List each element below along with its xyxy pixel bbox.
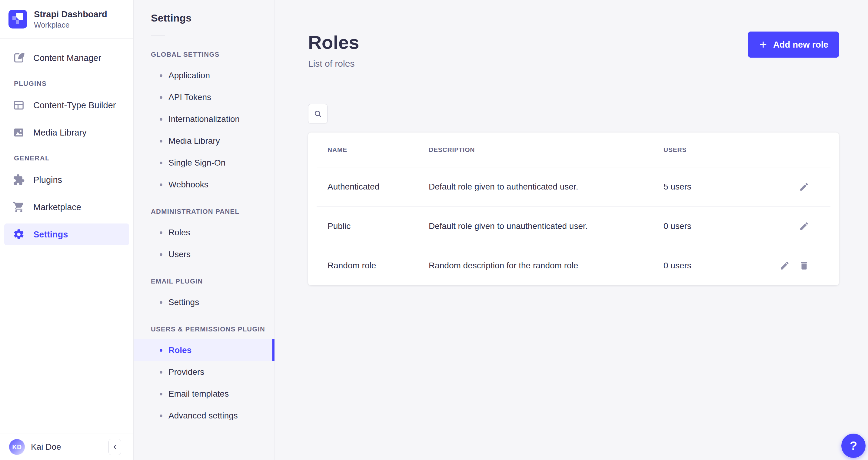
marketplace-cart-icon [13,201,25,213]
avatar: KD [9,439,25,455]
subnav-section-label: USERS & PERMISSIONS PLUGIN [151,325,275,333]
collapse-sidebar-button[interactable] [108,439,121,455]
page-subtitle: List of roles [308,59,359,69]
subnav-divider [151,35,165,35]
subnav-item-label: Internationalization [168,114,240,124]
bullet-icon [160,140,162,143]
user-menu[interactable]: KD Kai Doe [9,439,61,455]
trash-icon [799,260,809,271]
page-header: Roles List of roles Add new role [308,30,839,69]
subnav-item-label: Users [168,250,191,259]
workspace-brand[interactable]: Strapi Dashboard Workplace [0,0,133,38]
add-new-role-label: Add new role [773,40,828,50]
subnav-item-admin-roles[interactable]: Roles [134,222,275,243]
sidebar-item-content-type-builder[interactable]: Content-Type Builder [4,94,129,116]
subnav-item-internationalization[interactable]: Internationalization [134,108,275,130]
subnav-item-label: Webhooks [168,180,209,190]
sidebar-item-settings[interactable]: Settings [4,224,129,245]
sidebar-nav: Content Manager PLUGINS Content-Type Bui… [0,38,133,434]
search-icon [313,109,322,118]
sidebar-item-label: Plugins [33,175,62,185]
sidebar-footer: KD Kai Doe [0,434,133,460]
edit-role-button[interactable] [798,181,810,193]
sidebar-item-marketplace[interactable]: Marketplace [4,196,129,218]
subnav-item-up-roles[interactable]: Roles [134,339,275,361]
bullet-icon [160,349,162,352]
chevron-left-icon [112,443,118,450]
role-description: Default role given to unauthenticated us… [429,221,663,231]
workspace-name: Workplace [34,21,107,29]
sidebar-item-media-library[interactable]: Media Library [4,122,129,143]
subnav-item-label: API Tokens [168,92,211,102]
subnav-item-providers[interactable]: Providers [134,361,275,383]
help-button[interactable]: ? [841,434,866,458]
main-sidebar: Strapi Dashboard Workplace Content Manag… [0,0,134,460]
table-row-public[interactable]: Public Default role given to unauthentic… [308,206,839,246]
delete-role-button[interactable] [798,260,810,271]
subnav-item-admin-users[interactable]: Users [134,243,275,265]
column-header-name: NAME [328,146,429,153]
sidebar-item-plugins[interactable]: Plugins [4,169,129,191]
role-name: Public [328,221,429,231]
bullet-icon [160,371,162,374]
settings-gear-icon [13,228,25,240]
role-users-count: 0 users [663,221,743,231]
subnav-item-application[interactable]: Application [134,65,275,86]
bullet-icon [160,301,162,304]
column-header-users: USERS [663,146,743,153]
sidebar-item-label: Content Manager [33,53,101,63]
subnav-section-label: EMAIL PLUGIN [151,278,275,285]
search-button[interactable] [308,104,328,123]
role-name: Authenticated [328,182,429,192]
subnav-section-global-settings: GLOBAL SETTINGS Application API Tokens I… [134,51,275,196]
subnav-item-api-tokens[interactable]: API Tokens [134,86,275,108]
roles-table: NAME DESCRIPTION USERS Authenticated Def… [308,133,839,285]
edit-role-button[interactable] [779,260,790,271]
table-row-authenticated[interactable]: Authenticated Default role given to auth… [308,167,839,206]
bullet-icon [160,253,162,256]
sidebar-item-label: Media Library [33,128,87,138]
page-title: Roles [308,30,359,55]
subnav-item-label: Advanced settings [168,411,238,421]
settings-subnav: Settings GLOBAL SETTINGS Application API… [134,0,275,460]
workspace-title: Strapi Dashboard [34,9,107,20]
bullet-icon [160,96,162,99]
sidebar-item-content-manager[interactable]: Content Manager [4,47,129,69]
plus-icon [758,40,768,49]
role-description: Default role given to authenticated user… [429,182,663,192]
sidebar-item-label: Content-Type Builder [33,100,116,110]
main-content: Roles List of roles Add new role NAME DE… [275,0,868,460]
subnav-section-administration-panel: ADMINISTRATION PANEL Roles Users [134,208,275,265]
subnav-item-media-library[interactable]: Media Library [134,130,275,152]
settings-subnav-title: Settings [151,12,275,24]
edit-role-button[interactable] [798,221,810,232]
role-users-count: 0 users [663,261,743,270]
bullet-icon [160,118,162,121]
user-name: Kai Doe [31,442,61,452]
subnav-item-single-sign-on[interactable]: Single Sign-On [134,152,275,174]
subnav-section-label: GLOBAL SETTINGS [151,51,275,59]
add-new-role-button[interactable]: Add new role [748,32,839,58]
table-row-random-role[interactable]: Random role Random description for the r… [308,246,839,285]
bullet-icon [160,74,162,77]
subnav-item-webhooks[interactable]: Webhooks [134,174,275,196]
subnav-item-label: Application [168,71,210,80]
subnav-item-email-templates[interactable]: Email templates [134,383,275,405]
bullet-icon [160,414,162,417]
plugins-puzzle-icon [13,174,25,186]
subnav-item-advanced-settings[interactable]: Advanced settings [134,405,275,427]
subnav-section-users-permissions-plugin: USERS & PERMISSIONS PLUGIN Roles Provide… [134,325,275,427]
subnav-item-label: Roles [168,228,190,237]
sidebar-section-general-label: GENERAL [14,154,133,162]
bullet-icon [160,231,162,234]
content-type-builder-icon [13,99,25,111]
subnav-item-email-settings[interactable]: Settings [134,291,275,313]
role-name: Random role [328,261,429,270]
column-header-description: DESCRIPTION [429,146,663,153]
subnav-item-label: Providers [168,367,204,377]
sidebar-item-label: Marketplace [33,202,81,212]
sidebar-item-label: Settings [33,230,68,239]
strapi-logo-icon [8,10,27,29]
bullet-icon [160,162,162,164]
bullet-icon [160,393,162,395]
